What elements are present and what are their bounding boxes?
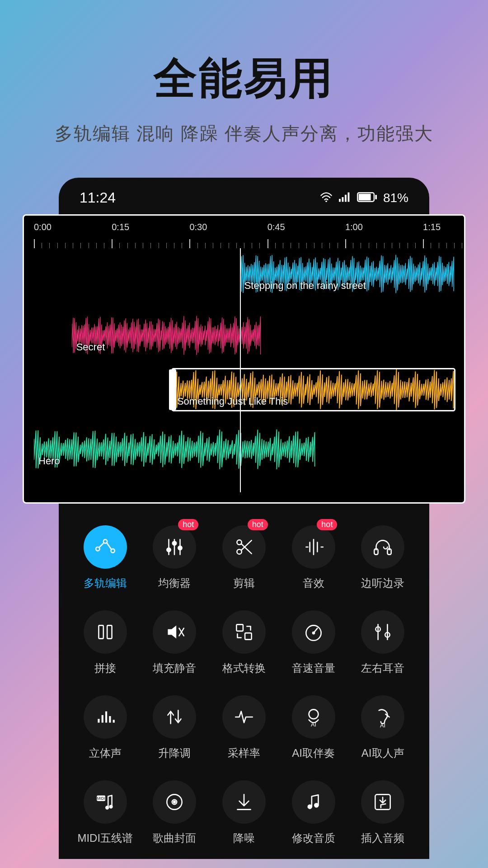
tool-monitor-record[interactable]: 边听边录 [350,525,416,590]
tool-quality[interactable]: 修改音质 [281,780,347,845]
tool-label: 剪辑 [233,576,255,590]
tool-midi[interactable]: MIDI五线谱 [72,780,138,845]
tracks-area[interactable]: Stepping on the rainy streetSecretSometh… [34,248,454,492]
ruler-tick: 0:00 [34,222,52,234]
tool-label: 多轨编辑 [84,576,127,590]
tool-convert[interactable]: 格式转换 [211,610,277,675]
time-ruler[interactable]: 0:000:150:300:451:001:15 [34,222,454,248]
battery-icon [357,191,377,205]
tool-fill-silence[interactable]: 填充静音 [142,610,208,675]
audio-clip[interactable]: Stepping on the rainy street [240,254,454,294]
insert-icon [361,780,404,824]
tool-pitch[interactable]: 升降调 [142,695,208,760]
gauge-icon [292,610,335,654]
sliders-icon [153,525,196,569]
tool-speed-vol[interactable]: 音速音量 [281,610,347,675]
down-icon [222,780,266,824]
updown-icon [153,695,196,739]
hot-badge: hot [248,519,268,530]
tool-multitrack[interactable]: 多轨编辑 [72,525,138,590]
timeline-editor[interactable]: 0:000:150:300:451:001:15 Stepping on the… [23,214,465,504]
tool-label: AI取伴奏 [292,746,335,760]
tool-label: 音效 [303,576,324,590]
tool-ai-vocal[interactable]: AI取人声 [350,695,416,760]
bars-icon [84,695,127,739]
midi-icon [84,780,127,824]
tool-label: 升降调 [158,746,191,760]
ai-ear-icon [361,695,404,739]
hot-badge: hot [178,519,198,530]
tool-label: 采样率 [228,746,260,760]
convert-icon [222,610,266,654]
phone-mock: 11:24 81% 0:000:150:300:451:001:15 Stepp… [59,178,429,859]
tool-label: 插入音频 [361,831,404,845]
tool-label: 左右耳音 [361,661,404,675]
ruler-tick: 0:45 [267,222,285,234]
tool-label: 填充静音 [153,661,196,675]
clip-name: Secret [76,341,105,353]
tool-label: 歌曲封面 [153,831,196,845]
ruler-tick: 1:00 [345,222,363,234]
graph-icon [84,525,127,569]
status-bar: 11:24 81% [59,178,429,214]
svg-rect-2 [342,197,343,202]
tool-label: 降噪 [233,831,255,845]
ruler-tick: 0:30 [189,222,207,234]
tool-eq[interactable]: hot均衡器 [142,525,208,590]
hero-title: 全能易用 [0,0,488,108]
tool-balance[interactable]: 左右耳音 [350,610,416,675]
headset-icon [361,525,404,569]
signal-icon [339,191,351,205]
tool-label: MIDI五线谱 [77,831,133,845]
tool-cover[interactable]: 歌曲封面 [142,780,208,845]
svg-point-0 [325,200,327,202]
tool-stereo[interactable]: 立体声 [72,695,138,760]
svg-rect-3 [345,194,347,202]
tool-label: 拼接 [94,661,116,675]
hero-subtitle: 多轨编辑 混响 降躁 伴奏人声分离，功能强大 [0,121,488,146]
audio-clip[interactable]: Hero [34,429,315,470]
tool-label: 修改音质 [292,831,335,845]
tool-label: AI取人声 [361,746,404,760]
soundwave-icon [292,525,335,569]
tool-label: 音速音量 [292,661,335,675]
tool-ai-instr[interactable]: AI取伴奏 [281,695,347,760]
tool-label: 格式转换 [222,661,266,675]
ruler-tick: 0:15 [112,222,129,234]
svg-rect-7 [375,195,377,199]
ai-mic-icon [292,695,335,739]
clip-name: Something Just Like This [177,396,288,407]
ruler-tick: 1:15 [423,222,441,234]
svg-rect-4 [347,192,349,202]
svg-rect-1 [339,198,341,202]
disc-icon [153,780,196,824]
note-cog-icon [292,780,335,824]
hot-badge: hot [317,519,337,530]
tool-cut[interactable]: hot剪辑 [211,525,277,590]
playhead[interactable] [240,248,241,492]
tool-label: 边听边录 [361,576,404,590]
wifi-icon [320,191,333,205]
svg-rect-6 [359,193,371,200]
tool-grid: 多轨编辑hot均衡器hot剪辑hot音效边听边录拼接填充静音格式转换音速音量左右… [59,504,429,859]
clip-handle[interactable] [169,369,176,410]
clip-name: Hero [38,455,60,467]
scissors-icon [222,525,266,569]
audio-clip[interactable]: Secret [72,315,261,356]
tool-fx[interactable]: hot音效 [281,525,347,590]
columns-icon [84,610,127,654]
mute-icon [153,610,196,654]
balance-icon [361,610,404,654]
tool-concat[interactable]: 拼接 [72,610,138,675]
status-battery: 81% [383,191,408,205]
pulse-icon [222,695,266,739]
tool-sample[interactable]: 采样率 [211,695,277,760]
tool-label: 均衡器 [158,576,191,590]
clip-name: Stepping on the rainy street [244,280,366,292]
tool-denoise[interactable]: 降噪 [211,780,277,845]
tool-insert[interactable]: 插入音频 [350,780,416,845]
audio-clip[interactable]: Something Just Like This [173,369,454,410]
status-time: 11:24 [80,189,116,206]
tool-label: 立体声 [89,746,122,760]
